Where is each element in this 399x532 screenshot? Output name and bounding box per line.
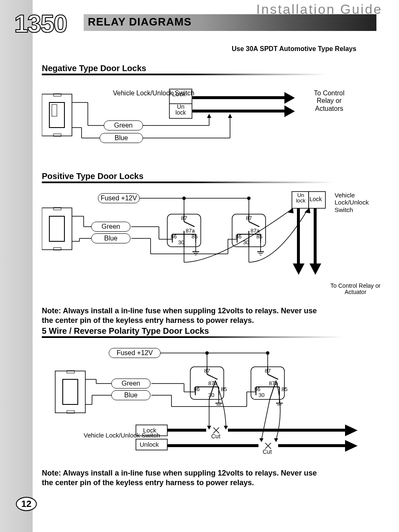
pos-blue-pill: Blue: [91, 233, 130, 243]
pos-fused-pill: Fused +12V: [98, 193, 140, 203]
neg-to-control: To Control Relay or Actuators: [306, 90, 352, 113]
svg-rect-81: [63, 379, 78, 404]
diagram-fivewire-svg: [42, 344, 385, 461]
svg-marker-20: [284, 105, 295, 117]
pos-switch-label: Vehicle Lock/Unlock Switch: [335, 192, 385, 213]
svg-rect-24: [49, 216, 64, 241]
pos-r2-86: 86: [235, 233, 241, 240]
relay-spec-text: Use 30A SPDT Automotive Type Relays: [232, 45, 356, 53]
pos-r1-86: 86: [171, 233, 176, 240]
svg-marker-77: [293, 263, 304, 275]
fw-r2-85: 85: [281, 386, 287, 392]
left-sidebar: [0, 0, 33, 532]
section-title-fivewire: 5 Wire / Reverse Polarity Type Door Lock…: [42, 326, 209, 336]
pos-r2-85: 85: [256, 233, 262, 240]
section-header-fivewire: 5 Wire / Reverse Polarity Type Door Lock…: [42, 326, 385, 338]
svg-marker-18: [284, 92, 295, 104]
svg-rect-4: [52, 105, 57, 116]
svg-rect-135: [278, 444, 347, 447]
fw-r1-87: 87: [204, 368, 210, 374]
section-header-positive: Positive Type Door Locks: [42, 171, 385, 183]
svg-rect-23: [42, 208, 72, 250]
positive-note: Note: Always install a in-line fuse when…: [42, 306, 326, 326]
svg-rect-132: [228, 429, 347, 432]
svg-line-127: [261, 399, 270, 440]
neg-green-pill: Green: [104, 120, 143, 130]
svg-rect-17: [192, 96, 286, 99]
svg-rect-19: [192, 110, 286, 113]
svg-rect-131: [166, 429, 206, 432]
section-title-positive: Positive Type Door Locks: [42, 171, 143, 181]
fw-unlock-label: Unlock: [140, 441, 159, 448]
svg-marker-133: [345, 425, 358, 436]
svg-marker-126: [207, 426, 211, 430]
fw-fused-pill: Fused +12V: [109, 348, 161, 358]
fw-r1-87a: 87a: [208, 380, 217, 386]
section-header-bar: RELAY DIAGRAMS: [84, 14, 376, 31]
fw-switch-label: Vehicle Lock/Unlock Switch: [84, 432, 160, 439]
svg-marker-13: [207, 114, 211, 118]
svg-line-99: [268, 374, 278, 379]
fw-blue-pill: Blue: [111, 390, 151, 400]
svg-marker-130: [274, 438, 278, 442]
svg-rect-134: [166, 444, 258, 447]
neg-lock-label: Lock: [172, 90, 186, 97]
fw-r1-86: 86: [194, 386, 200, 392]
fw-r2-86: 86: [254, 386, 260, 392]
svg-rect-80: [55, 371, 85, 413]
svg-line-92: [207, 374, 217, 379]
svg-rect-76: [297, 208, 300, 265]
svg-line-35: [184, 222, 194, 227]
fw-r1-85: 85: [221, 386, 227, 392]
svg-marker-136: [345, 440, 358, 452]
section-title-negative: Negative Type Door Locks: [42, 64, 146, 73]
fivewire-note: Note: Always install a in-line fuse when…: [42, 468, 326, 488]
pos-r1-30: 30: [178, 239, 184, 246]
neg-blue-pill: Blue: [100, 133, 143, 143]
fw-r2-30: 30: [258, 392, 264, 398]
fw-r1-30: 30: [208, 392, 214, 398]
pos-r2-30: 30: [243, 239, 249, 246]
diagram-positive-svg: [42, 189, 385, 298]
section-fivewire: 5 Wire / Reverse Polarity Type Door Lock…: [42, 326, 385, 488]
page-number-text: 12: [21, 499, 31, 509]
neg-unlock-label: Un lock: [172, 104, 189, 115]
svg-marker-16: [228, 114, 232, 118]
pos-lock-label: Lock: [309, 196, 322, 202]
svg-marker-128: [259, 438, 263, 442]
fw-r2-87: 87: [265, 368, 271, 374]
pos-r1-87a: 87a: [186, 228, 195, 234]
svg-rect-78: [314, 208, 317, 265]
fw-green-pill: Green: [111, 379, 151, 389]
pos-green-pill: Green: [91, 222, 130, 232]
pos-r2-87: 87: [246, 215, 252, 221]
section-negative: Negative Type Door Locks: [42, 64, 376, 159]
section-positive: Positive Type Door Locks: [42, 171, 385, 326]
svg-line-42: [249, 222, 259, 227]
fw-cut1: Cut: [211, 433, 220, 440]
section-header-negative: Negative Type Door Locks: [42, 64, 376, 75]
pos-to-control: To Control Relay or Actuator: [326, 283, 385, 296]
model-number: 1350: [14, 9, 66, 38]
pos-unlock-label: Un lock: [294, 192, 308, 203]
svg-marker-79: [309, 263, 321, 275]
pos-r1-85: 85: [192, 233, 197, 240]
page-number: 12: [16, 497, 37, 511]
section-title: RELAY DIAGRAMS: [88, 15, 192, 28]
pos-r1-87: 87: [181, 215, 187, 221]
pos-r2-87a: 87a: [251, 228, 260, 234]
fw-cut2: Cut: [263, 448, 272, 455]
svg-marker-129: [224, 426, 228, 430]
fw-r2-87a: 87a: [269, 380, 278, 386]
